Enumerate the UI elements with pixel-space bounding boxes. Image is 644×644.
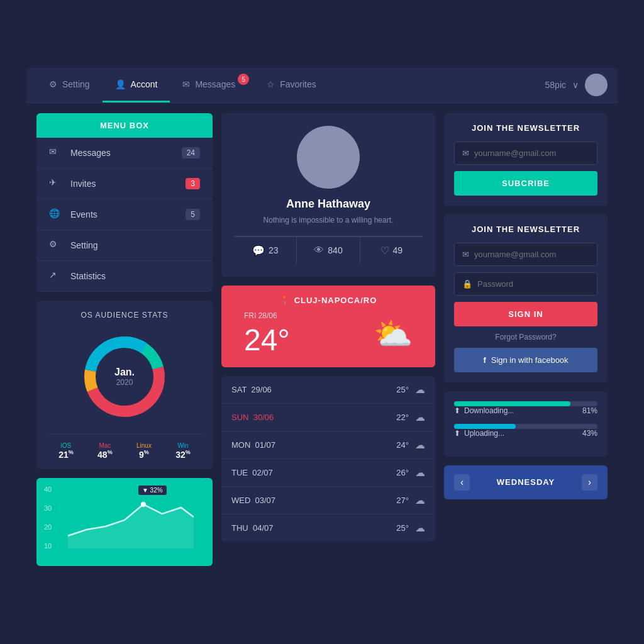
- sidebar-item-messages[interactable]: ✉ Messages 24: [36, 138, 213, 169]
- send-icon: ✈: [49, 177, 62, 190]
- newsletter1-title: JOIN THE NEWSLETTER: [454, 123, 597, 133]
- upload-progress: ⬆ Uploading... 43%: [454, 424, 597, 438]
- email-input-2[interactable]: [474, 250, 589, 259]
- profile-card: Anne Hathaway Nothing is impossible to a…: [221, 113, 435, 277]
- star-icon: ☆: [267, 79, 275, 89]
- username-label: 58pic: [545, 80, 566, 90]
- tab-account[interactable]: 👤 Accont: [103, 68, 170, 103]
- facebook-button[interactable]: f Sign in with facebook: [454, 348, 597, 372]
- tab-messages[interactable]: ✉ Messages 5: [170, 68, 254, 103]
- stat-win-value: 32%: [175, 449, 191, 460]
- sidebar-item-setting[interactable]: ⚙ Setting: [36, 230, 213, 261]
- chart-y-10: 10: [44, 542, 52, 550]
- main-content: MENU BOX ✉ Messages 24 ✈ Invites 3 🌐 Eve…: [26, 103, 618, 577]
- chart-icon: ↗: [49, 270, 62, 282]
- mail-icon: ✉: [182, 79, 190, 89]
- center-panel: Anne Hathaway Nothing is impossible to a…: [221, 113, 435, 567]
- download-progress: ⬆ Downloading... 81%: [454, 401, 597, 415]
- heart-icon: ♡: [380, 245, 389, 257]
- gear-menu-icon: ⚙: [49, 239, 62, 252]
- right-panel: JOIN THE NEWSLETTER ✉ SUBCRIBE JOIN THE …: [444, 113, 608, 567]
- stat-win-label: Win: [175, 442, 191, 449]
- upload-icon-1: ⬆: [454, 406, 460, 415]
- eye-icon: 👁: [314, 245, 324, 256]
- user-icon: 👤: [115, 79, 126, 89]
- avatar[interactable]: [585, 74, 608, 96]
- tab-setting[interactable]: ⚙ Setting: [36, 68, 103, 103]
- mail-input-icon-2: ✉: [462, 250, 469, 259]
- forecast-temp-sat: 25°: [396, 385, 409, 394]
- forecast-thu: THU 04/07 25° ☁: [221, 514, 435, 541]
- profile-name: Anne Hathaway: [286, 197, 370, 211]
- email-input-1[interactable]: [474, 148, 589, 158]
- newsletter1-card: JOIN THE NEWSLETTER ✉ SUBCRIBE: [444, 113, 608, 206]
- chevron-down-icon[interactable]: ∨: [572, 80, 579, 90]
- newsletter2-title: JOIN THE NEWSLETTER: [454, 225, 597, 234]
- mail-input-icon-1: ✉: [462, 148, 469, 158]
- forecast-icon-tue: ☁: [415, 467, 425, 479]
- invites-count: 3: [186, 178, 200, 189]
- email-field-1[interactable]: ✉: [454, 142, 597, 165]
- sidebar-item-statistics[interactable]: ↗ Statistics: [36, 261, 213, 292]
- chart-y-40: 40: [44, 486, 52, 493]
- calendar-prev-button[interactable]: ‹: [454, 474, 470, 491]
- download-label: ⬆ Downloading... 81%: [454, 406, 597, 415]
- events-count: 5: [186, 209, 200, 220]
- forecast-day-wed: WED 03/07: [231, 496, 282, 505]
- donut-year: 2020: [114, 378, 135, 387]
- location-pin-icon: 📍: [280, 296, 291, 305]
- stat-linux-label: Linux: [136, 442, 152, 449]
- forecast-sun: SUN 30/06 22° ☁: [221, 404, 435, 431]
- forecast-day-sat: SAT 29/06: [231, 385, 282, 394]
- menu-box: MENU BOX ✉ Messages 24 ✈ Invites 3 🌐 Eve…: [36, 113, 213, 292]
- weather-main: FRI 28/06 24° ⛅: [231, 311, 425, 357]
- upload-pct: 43%: [582, 429, 597, 438]
- forecast-day-tue: TUE 02/07: [231, 468, 282, 477]
- forgot-password-link[interactable]: Forgot Password?: [454, 333, 597, 341]
- password-input[interactable]: [477, 279, 589, 289]
- password-field[interactable]: 🔒: [454, 272, 597, 296]
- stat-mac-value: 48%: [97, 449, 113, 460]
- chart-card: 40 30 20 10 ▼ 32%: [36, 478, 213, 566]
- subscribe-button-1[interactable]: SUBCRIBE: [454, 171, 597, 196]
- facebook-icon: f: [483, 355, 486, 365]
- upload-bar-bg: [454, 424, 597, 429]
- profile-comments-value: 23: [269, 245, 279, 255]
- signin-button[interactable]: SIGN IN: [454, 302, 597, 326]
- forecast-day-sun: SUN 30/06: [231, 413, 282, 422]
- chart-point: [141, 502, 146, 507]
- menu-box-header: MENU BOX: [36, 113, 213, 138]
- gear-icon: ⚙: [49, 79, 57, 89]
- upload-icon-2: ⬆: [454, 429, 460, 438]
- email-field-2[interactable]: ✉: [454, 243, 597, 266]
- profile-views-value: 840: [328, 245, 342, 255]
- progress-card: ⬆ Downloading... 81% ⬆ Uploading...: [444, 391, 608, 457]
- chart-y-20: 20: [44, 523, 52, 531]
- globe-icon: 🌐: [49, 208, 62, 221]
- forecast-icon-sun: ☁: [415, 411, 425, 423]
- forecast-day-mon: MON 01/07: [231, 440, 282, 450]
- tab-messages-label: Messages: [195, 79, 235, 89]
- sidebar-item-invites[interactable]: ✈ Invites 3: [36, 169, 213, 199]
- tab-favorites[interactable]: ☆ Favorites: [254, 68, 329, 103]
- stat-ios-label: iOS: [58, 442, 74, 449]
- calendar-next-button[interactable]: ›: [582, 474, 597, 491]
- nav-right: 58pic ∨: [545, 74, 608, 96]
- stat-mac-label: Mac: [97, 442, 113, 449]
- weather-card: 📍 CLUJ-NAPOCA/RO FRI 28/06 24° ⛅: [221, 286, 435, 367]
- stats-card: OS AUDIENCE STATS Jan. 2020: [36, 301, 213, 470]
- upload-bar-fill: [454, 424, 516, 429]
- weather-temp: 24°: [244, 323, 290, 357]
- sidebar-item-events[interactable]: 🌐 Events 5: [36, 199, 213, 230]
- profile-stat-likes: ♡ 49: [360, 237, 423, 264]
- forecast-tue: TUE 02/07 26° ☁: [221, 459, 435, 487]
- messages-badge: 5: [238, 74, 249, 85]
- donut-month: Jan.: [114, 367, 135, 378]
- download-bar-bg: [454, 401, 597, 406]
- stat-mac: Mac 48%: [97, 442, 113, 460]
- stat-linux: Linux 9%: [136, 442, 152, 460]
- upload-text: Uploading...: [464, 429, 504, 438]
- facebook-label: Sign in with facebook: [491, 355, 569, 365]
- stat-ios-value: 21%: [58, 449, 74, 460]
- mail-menu-icon: ✉: [49, 147, 62, 159]
